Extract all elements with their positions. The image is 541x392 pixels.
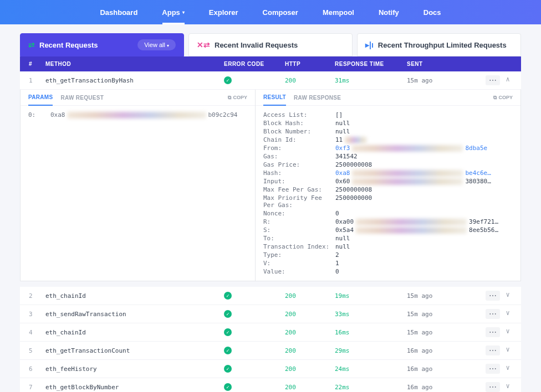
row-sent: 15m ago bbox=[407, 292, 473, 300]
result-value: 0x60380380… bbox=[335, 178, 513, 185]
row-menu-button[interactable]: ⋯ bbox=[486, 309, 500, 319]
result-value: 2 bbox=[335, 251, 513, 259]
header-sent: SENT bbox=[407, 61, 473, 67]
row-error: ✓ bbox=[224, 292, 285, 300]
result-key: Nonce: bbox=[263, 210, 335, 217]
tab-label: Recent Invalid Requests bbox=[215, 41, 298, 49]
row-sent: 16m ago bbox=[407, 365, 473, 373]
header-index: # bbox=[29, 61, 45, 67]
row-detail: PARAMSRAW REQUEST⧉ COPY0:0xa8b09c2c94RES… bbox=[20, 90, 521, 281]
row-index: 7 bbox=[29, 384, 45, 391]
result-key: S: bbox=[263, 226, 335, 234]
result-value: null bbox=[335, 120, 513, 127]
row-index: 1 bbox=[29, 77, 45, 84]
result-tab[interactable]: RESULT bbox=[263, 94, 286, 106]
table-row[interactable]: 2eth_chainId✓20019ms15m ago⋯∨ bbox=[20, 287, 521, 305]
result-value: [] bbox=[335, 111, 513, 118]
tab-label: Recent Throughput Limited Requests bbox=[378, 41, 507, 49]
table-row[interactable]: 4eth_chainId✓20016ms15m ago⋯∨ bbox=[20, 323, 521, 342]
result-value: 1 bbox=[335, 260, 513, 267]
tab-recent-requests[interactable]: ⇄ Recent Requests View all ▾ bbox=[20, 33, 184, 56]
table-row[interactable]: 7eth_getBlockByNumber✓20022ms16m ago⋯∨ bbox=[20, 378, 521, 392]
tab-label: Recent Requests bbox=[39, 41, 98, 49]
row-menu-button[interactable]: ⋯ bbox=[486, 345, 500, 355]
copy-icon: ⧉ bbox=[493, 95, 497, 101]
row-http: 200 bbox=[285, 77, 335, 84]
nav-composer[interactable]: Composer bbox=[253, 0, 308, 24]
result-value: 2500000008 bbox=[335, 161, 513, 168]
result-value: 341542 bbox=[335, 153, 513, 160]
row-http: 200 bbox=[285, 311, 335, 318]
table-row[interactable]: 1eth_getTransactionByHash✓20031ms15m ago… bbox=[20, 71, 521, 90]
row-sent: 16m ago bbox=[407, 347, 473, 354]
chevron-up-icon[interactable]: ∧ bbox=[503, 75, 512, 85]
result-key: Value: bbox=[263, 268, 335, 275]
result-value: 0 bbox=[335, 268, 513, 275]
chevron-down-icon[interactable]: ∨ bbox=[503, 309, 512, 319]
success-icon: ✓ bbox=[224, 365, 232, 373]
result-value: null bbox=[335, 235, 513, 242]
row-menu-button[interactable]: ⋯ bbox=[486, 291, 500, 301]
table-row[interactable]: 6eth_feeHistory✓20024ms16m ago⋯∨ bbox=[20, 360, 521, 378]
table-row[interactable]: 5eth_getTransactionCount✓20029ms16m ago⋯… bbox=[20, 342, 521, 360]
header-method: METHOD bbox=[45, 61, 224, 67]
result-key: V: bbox=[263, 260, 335, 267]
params-tab[interactable]: PARAMS bbox=[28, 94, 53, 106]
result-value[interactable]: 0xf38dba5e bbox=[335, 145, 513, 152]
chevron-down-icon[interactable]: ∨ bbox=[503, 364, 512, 374]
success-icon: ✓ bbox=[224, 383, 232, 391]
chevron-down-icon[interactable]: ∨ bbox=[503, 382, 512, 392]
param-key: 0: bbox=[28, 111, 50, 118]
row-time: 16ms bbox=[335, 329, 407, 336]
result-value: 0 bbox=[335, 210, 513, 217]
row-time: 24ms bbox=[335, 365, 407, 373]
row-error: ✓ bbox=[224, 365, 285, 373]
chevron-down-icon[interactable]: ∨ bbox=[503, 291, 512, 301]
raw-request-tab[interactable]: RAW REQUEST bbox=[60, 95, 104, 101]
chevron-down-icon[interactable]: ∨ bbox=[503, 327, 512, 337]
row-http: 200 bbox=[285, 347, 335, 354]
tab-throughput-requests[interactable]: ▸|ı Recent Throughput Limited Requests bbox=[357, 33, 521, 56]
result-value[interactable]: 0xa8be4c6e… bbox=[335, 169, 513, 177]
result-key: Gas Price: bbox=[263, 161, 335, 168]
row-sent: 16m ago bbox=[407, 384, 473, 391]
row-menu-button[interactable]: ⋯ bbox=[486, 382, 500, 392]
row-method: eth_getTransactionByHash bbox=[45, 77, 224, 84]
copy-icon: ⧉ bbox=[228, 95, 231, 101]
nav-explorer[interactable]: Explorer bbox=[199, 0, 248, 24]
result-key: Max Fee Per Gas: bbox=[263, 186, 335, 193]
tab-invalid-requests[interactable]: ✕⇄ Recent Invalid Requests bbox=[188, 33, 353, 56]
nav-mempool[interactable]: Mempool bbox=[313, 0, 364, 24]
row-sent: 15m ago bbox=[407, 77, 473, 84]
nav-notify[interactable]: Notify bbox=[369, 0, 409, 24]
copy-button[interactable]: ⧉ COPY bbox=[493, 95, 513, 101]
row-index: 5 bbox=[29, 347, 45, 354]
nav-dashboard[interactable]: Dashboard bbox=[90, 0, 147, 24]
row-menu-button[interactable]: ⋯ bbox=[486, 75, 500, 85]
chevron-down-icon[interactable]: ∨ bbox=[503, 345, 512, 355]
nav-apps[interactable]: Apps▾ bbox=[152, 0, 195, 24]
success-icon: ✓ bbox=[224, 347, 232, 354]
nav-docs[interactable]: Docs bbox=[414, 0, 451, 24]
copy-button[interactable]: ⧉ COPY bbox=[228, 95, 247, 101]
result-key: Hash: bbox=[263, 169, 335, 177]
result-value: null bbox=[335, 128, 513, 135]
row-index: 2 bbox=[29, 292, 45, 300]
row-http: 200 bbox=[285, 365, 335, 373]
row-error: ✓ bbox=[224, 347, 285, 354]
result-value: 2500000008 bbox=[335, 186, 513, 193]
success-icon: ✓ bbox=[224, 76, 232, 84]
result-value: 2500000000 bbox=[335, 194, 513, 209]
row-menu-button[interactable]: ⋯ bbox=[486, 364, 500, 374]
row-menu-button[interactable]: ⋯ bbox=[486, 327, 500, 337]
result-key: From: bbox=[263, 145, 335, 152]
row-error: ✓ bbox=[224, 310, 285, 318]
success-icon: ✓ bbox=[224, 310, 232, 318]
row-index: 6 bbox=[29, 365, 45, 373]
raw-response-tab[interactable]: RAW RESPONSE bbox=[294, 95, 341, 101]
result-key: Block Number: bbox=[263, 128, 335, 135]
view-all-button[interactable]: View all ▾ bbox=[137, 39, 176, 50]
row-method: eth_sendRawTransaction bbox=[45, 311, 224, 318]
row-index: 4 bbox=[29, 329, 45, 336]
table-row[interactable]: 3eth_sendRawTransaction✓20033ms15m ago⋯∨ bbox=[20, 305, 521, 323]
